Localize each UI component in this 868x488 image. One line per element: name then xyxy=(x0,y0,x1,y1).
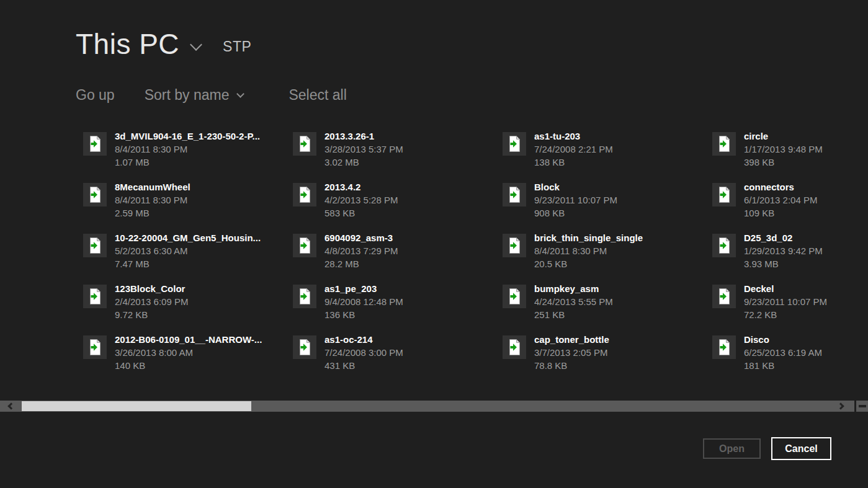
file-name: brick_thin_single_single xyxy=(534,231,643,244)
document-file-icon xyxy=(83,234,107,257)
file-item[interactable]: as1-tu-203 7/24/2008 2:21 PM 138 KB xyxy=(503,129,712,180)
file-item[interactable]: 10-22-20004_GM_Gen5_Housin... 5/2/2013 6… xyxy=(83,231,293,282)
file-size: 78.8 KB xyxy=(534,359,609,372)
file-date: 9/23/2011 10:07 PM xyxy=(744,295,827,308)
chevron-down-icon[interactable] xyxy=(190,38,202,51)
open-button[interactable]: Open xyxy=(703,438,761,459)
document-file-icon xyxy=(83,132,107,156)
file-date: 4/2/2013 5:28 PM xyxy=(324,193,398,206)
document-file-icon xyxy=(712,234,736,257)
file-item[interactable]: 8MecanumWheel 8/4/2011 8:30 PM 2.59 MB xyxy=(83,180,293,231)
file-item[interactable]: Deckel 9/23/2011 10:07 PM 72.2 KB xyxy=(712,282,868,332)
file-name: bumpkey_asm xyxy=(534,282,613,295)
scrollbar-track[interactable] xyxy=(0,401,854,412)
select-all-button[interactable]: Select all xyxy=(289,87,346,104)
file-name: 2012-B06-0109_01__-NARROW-... xyxy=(115,332,262,346)
file-text: circle 1/17/2013 9:48 PM 398 KB xyxy=(744,129,823,169)
location-title[interactable]: This PC xyxy=(76,29,179,60)
file-text: as1_pe_203 9/4/2008 12:48 PM 136 KB xyxy=(324,282,403,321)
file-date: 6/25/2013 6:19 AM xyxy=(744,346,822,359)
scroll-left-arrow-icon[interactable] xyxy=(7,402,14,409)
document-file-icon xyxy=(83,285,107,308)
file-item[interactable]: as1_pe_203 9/4/2008 12:48 PM 136 KB xyxy=(293,282,503,332)
file-text: bumpkey_asm 4/24/2013 5:55 PM 251 KB xyxy=(534,282,613,321)
document-file-icon xyxy=(503,335,526,359)
file-name: Deckel xyxy=(744,282,827,295)
document-file-icon xyxy=(712,132,736,156)
file-text: 2012-B06-0109_01__-NARROW-... 3/26/2013 … xyxy=(115,332,262,372)
file-size: 1.07 MB xyxy=(115,156,260,169)
file-date: 8/4/2011 8:30 PM xyxy=(534,244,643,257)
file-item[interactable]: connectors 6/1/2013 2:04 PM 109 KB xyxy=(712,180,868,231)
file-text: 3d_MVIL904-16_E_1-230-50-2-P... 8/4/2011… xyxy=(115,129,260,169)
file-text: 8MecanumWheel 8/4/2011 8:30 PM 2.59 MB xyxy=(115,180,190,220)
file-name: 2013.3.26-1 xyxy=(324,129,403,143)
file-size: 138 KB xyxy=(534,156,613,169)
file-date: 3/28/2013 5:37 PM xyxy=(324,143,403,156)
file-name: 2013.4.2 xyxy=(324,180,398,193)
file-item[interactable]: 3d_MVIL904-16_E_1-230-50-2-P... 8/4/2011… xyxy=(83,129,293,180)
file-item[interactable]: brick_thin_single_single 8/4/2011 8:30 P… xyxy=(503,231,712,282)
document-file-icon xyxy=(293,335,316,359)
file-text: brick_thin_single_single 8/4/2011 8:30 P… xyxy=(534,231,643,270)
file-size: 431 KB xyxy=(324,359,403,372)
file-item[interactable]: 2013.4.2 4/2/2013 5:28 PM 583 KB xyxy=(293,180,503,231)
scrollbar-thumb[interactable] xyxy=(22,401,251,411)
file-text: 2013.3.26-1 3/28/2013 5:37 PM 3.02 MB xyxy=(324,129,403,169)
document-file-icon xyxy=(503,234,526,257)
file-date: 9/4/2008 12:48 PM xyxy=(324,295,403,308)
file-item[interactable]: 6904092_asm-3 4/8/2013 7:29 PM 28.2 MB xyxy=(293,231,503,282)
file-item[interactable]: 2012-B06-0109_01__-NARROW-... 3/26/2013 … xyxy=(83,332,293,383)
file-text: cap_toner_bottle 3/7/2013 2:05 PM 78.8 K… xyxy=(534,332,609,372)
file-size: 72.2 KB xyxy=(744,308,827,321)
file-date: 1/17/2013 9:48 PM xyxy=(744,143,823,156)
file-item[interactable]: D25_3d_02 1/29/2013 9:42 PM 3.93 MB xyxy=(712,231,868,282)
file-name: 6904092_asm-3 xyxy=(324,231,398,244)
file-date: 9/23/2011 10:07 PM xyxy=(534,193,617,206)
sort-by-button[interactable]: Sort by name xyxy=(145,87,244,104)
file-text: Disco 6/25/2013 6:19 AM 181 KB xyxy=(744,332,822,372)
semantic-zoom-out-button[interactable] xyxy=(856,401,868,412)
file-text: 123Block_Color 2/4/2013 6:09 PM 9.72 KB xyxy=(115,282,188,321)
file-text: 10-22-20004_GM_Gen5_Housin... 5/2/2013 6… xyxy=(115,231,261,270)
command-bar: Go up Sort by name Select all xyxy=(76,87,347,104)
sort-by-label: Sort by name xyxy=(145,87,230,104)
file-date: 8/4/2011 8:30 PM xyxy=(115,143,260,156)
file-name: as1-oc-214 xyxy=(324,332,403,346)
cancel-button[interactable]: Cancel xyxy=(771,437,831,460)
file-type-filter-label: STP xyxy=(223,38,251,55)
document-file-icon xyxy=(503,285,526,308)
file-text: as1-oc-214 7/24/2008 3:00 PM 431 KB xyxy=(324,332,403,372)
document-file-icon xyxy=(293,132,316,156)
file-date: 1/29/2013 9:42 PM xyxy=(744,244,823,257)
file-size: 583 KB xyxy=(324,206,398,220)
file-size: 908 KB xyxy=(534,206,617,220)
file-item[interactable]: Disco 6/25/2013 6:19 AM 181 KB xyxy=(712,332,868,383)
file-date: 5/2/2013 6:30 AM xyxy=(115,244,261,257)
file-name: 123Block_Color xyxy=(115,282,188,295)
file-text: 2013.4.2 4/2/2013 5:28 PM 583 KB xyxy=(324,180,398,220)
file-item[interactable]: circle 1/17/2013 9:48 PM 398 KB xyxy=(712,129,868,180)
file-item[interactable]: bumpkey_asm 4/24/2013 5:55 PM 251 KB xyxy=(503,282,712,332)
file-grid: 3d_MVIL904-16_E_1-230-50-2-P... 8/4/2011… xyxy=(83,129,868,383)
file-name: connectors xyxy=(744,180,817,193)
file-date: 3/7/2013 2:05 PM xyxy=(534,346,609,359)
file-name: Block xyxy=(534,180,617,193)
file-item[interactable]: Block 9/23/2011 10:07 PM 908 KB xyxy=(503,180,712,231)
file-size: 9.72 KB xyxy=(115,308,188,321)
file-item[interactable]: 2013.3.26-1 3/28/2013 5:37 PM 3.02 MB xyxy=(293,129,503,180)
file-date: 4/24/2013 5:55 PM xyxy=(534,295,613,308)
file-item[interactable]: as1-oc-214 7/24/2008 3:00 PM 431 KB xyxy=(293,332,503,383)
go-up-button[interactable]: Go up xyxy=(76,87,115,104)
scroll-right-arrow-icon[interactable] xyxy=(837,402,844,409)
document-file-icon xyxy=(503,183,526,206)
file-item[interactable]: cap_toner_bottle 3/7/2013 2:05 PM 78.8 K… xyxy=(503,332,712,383)
file-text: 6904092_asm-3 4/8/2013 7:29 PM 28.2 MB xyxy=(324,231,398,270)
file-text: connectors 6/1/2013 2:04 PM 109 KB xyxy=(744,180,817,220)
file-item[interactable]: 123Block_Color 2/4/2013 6:09 PM 9.72 KB xyxy=(83,282,293,332)
file-size: 140 KB xyxy=(115,359,262,372)
file-size: 3.93 MB xyxy=(744,257,823,270)
document-file-icon xyxy=(293,234,316,257)
file-size: 251 KB xyxy=(534,308,613,321)
file-name: cap_toner_bottle xyxy=(534,332,609,346)
